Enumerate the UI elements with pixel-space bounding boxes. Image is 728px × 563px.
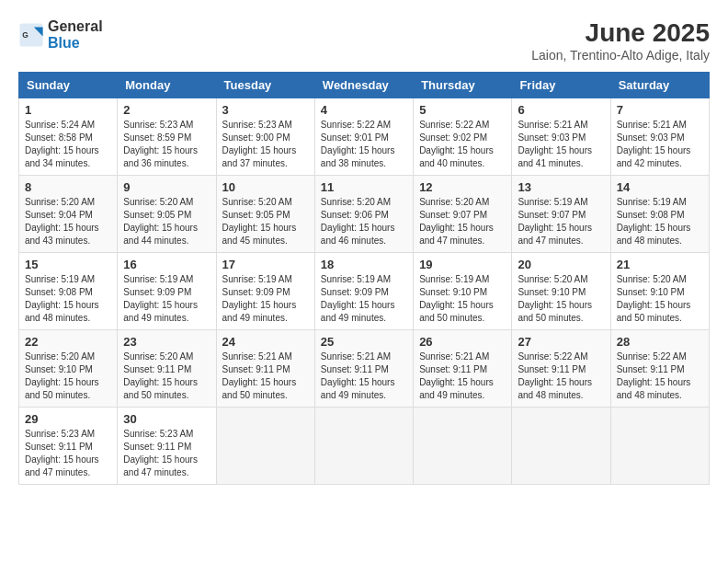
day-info: Sunrise: 5:19 AMSunset: 9:09 PMDaylight:… [321,273,407,325]
day-info: Sunrise: 5:19 AMSunset: 9:08 PMDaylight:… [25,273,111,325]
day-number: 19 [419,258,506,271]
day-info: Sunrise: 5:20 AMSunset: 9:05 PMDaylight:… [222,196,309,247]
calendar-header-row: Sunday Monday Tuesday Wednesday Thursday… [19,73,710,98]
day-number: 3 [222,103,309,117]
day-number: 7 [617,103,703,117]
calendar-week-row: 29Sunrise: 5:23 AMSunset: 9:11 PMDayligh… [19,408,710,485]
col-wednesday: Wednesday [314,73,413,98]
day-number: 26 [419,335,506,349]
day-info: Sunrise: 5:20 AMSunset: 9:10 PMDaylight:… [617,273,703,325]
col-thursday: Thursday [414,73,512,98]
table-row: 26Sunrise: 5:21 AMSunset: 9:11 PMDayligh… [414,330,512,408]
day-number: 6 [518,103,604,117]
col-sunday: Sunday [19,73,118,98]
table-row: 13Sunrise: 5:19 AMSunset: 9:07 PMDayligh… [512,176,610,253]
day-info: Sunrise: 5:23 AMSunset: 8:59 PMDaylight:… [123,119,210,170]
table-row: 24Sunrise: 5:21 AMSunset: 9:11 PMDayligh… [216,330,314,408]
calendar-subtitle: Laion, Trentino-Alto Adige, Italy [531,48,710,63]
day-number: 29 [25,412,111,426]
table-row: 22Sunrise: 5:20 AMSunset: 9:10 PMDayligh… [19,330,118,408]
table-row: 23Sunrise: 5:20 AMSunset: 9:11 PMDayligh… [118,330,216,408]
day-info: Sunrise: 5:22 AMSunset: 9:01 PMDaylight:… [321,119,407,170]
table-row [414,408,512,485]
logo: G General Blue [18,18,103,52]
day-number: 21 [617,258,703,271]
day-info: Sunrise: 5:20 AMSunset: 9:10 PMDaylight:… [518,273,604,325]
day-info: Sunrise: 5:19 AMSunset: 9:08 PMDaylight:… [617,196,703,247]
day-info: Sunrise: 5:20 AMSunset: 9:07 PMDaylight:… [419,196,506,247]
table-row: 11Sunrise: 5:20 AMSunset: 9:06 PMDayligh… [314,176,413,253]
day-number: 22 [25,335,111,349]
day-number: 5 [419,103,506,117]
day-number: 24 [222,335,309,349]
day-number: 23 [123,335,210,349]
logo-general: General [48,18,103,34]
day-info: Sunrise: 5:23 AMSunset: 9:00 PMDaylight:… [222,119,309,170]
day-info: Sunrise: 5:19 AMSunset: 9:09 PMDaylight:… [123,273,210,325]
table-row: 29Sunrise: 5:23 AMSunset: 9:11 PMDayligh… [19,408,118,485]
title-area: June 2025 Laion, Trentino-Alto Adige, It… [531,18,710,63]
day-number: 11 [321,180,407,194]
table-row: 6Sunrise: 5:21 AMSunset: 9:03 PMDaylight… [512,98,610,176]
day-number: 14 [617,180,703,194]
day-number: 20 [518,258,604,271]
day-info: Sunrise: 5:21 AMSunset: 9:11 PMDaylight:… [321,350,407,402]
day-info: Sunrise: 5:24 AMSunset: 8:58 PMDaylight:… [25,119,111,170]
table-row [216,408,314,485]
day-info: Sunrise: 5:21 AMSunset: 9:11 PMDaylight:… [222,350,309,402]
table-row: 2Sunrise: 5:23 AMSunset: 8:59 PMDaylight… [118,98,216,176]
day-info: Sunrise: 5:19 AMSunset: 9:10 PMDaylight:… [419,273,506,325]
table-row: 27Sunrise: 5:22 AMSunset: 9:11 PMDayligh… [512,330,610,408]
table-row [314,408,413,485]
calendar-table: Sunday Monday Tuesday Wednesday Thursday… [18,72,710,485]
col-saturday: Saturday [610,73,709,98]
day-info: Sunrise: 5:21 AMSunset: 9:03 PMDaylight:… [518,119,604,170]
day-number: 8 [25,180,111,194]
day-number: 18 [321,258,407,271]
table-row: 4Sunrise: 5:22 AMSunset: 9:01 PMDaylight… [314,98,413,176]
table-row: 7Sunrise: 5:21 AMSunset: 9:03 PMDaylight… [610,98,709,176]
calendar-week-row: 22Sunrise: 5:20 AMSunset: 9:10 PMDayligh… [19,330,710,408]
calendar-week-row: 15Sunrise: 5:19 AMSunset: 9:08 PMDayligh… [19,253,710,330]
table-row [512,408,610,485]
table-row: 5Sunrise: 5:22 AMSunset: 9:02 PMDaylight… [414,98,512,176]
table-row: 15Sunrise: 5:19 AMSunset: 9:08 PMDayligh… [19,253,118,330]
logo-blue: Blue [48,35,80,51]
day-info: Sunrise: 5:23 AMSunset: 9:11 PMDaylight:… [25,428,111,479]
calendar-title: June 2025 [531,18,710,48]
day-info: Sunrise: 5:19 AMSunset: 9:09 PMDaylight:… [222,273,309,325]
day-number: 27 [518,335,604,349]
col-tuesday: Tuesday [216,73,314,98]
day-info: Sunrise: 5:20 AMSunset: 9:11 PMDaylight:… [123,350,210,402]
svg-text:G: G [22,30,28,40]
table-row: 19Sunrise: 5:19 AMSunset: 9:10 PMDayligh… [414,253,512,330]
day-info: Sunrise: 5:22 AMSunset: 9:11 PMDaylight:… [617,350,703,402]
day-number: 28 [617,335,703,349]
day-info: Sunrise: 5:22 AMSunset: 9:02 PMDaylight:… [419,119,506,170]
day-info: Sunrise: 5:20 AMSunset: 9:05 PMDaylight:… [123,196,210,247]
day-info: Sunrise: 5:19 AMSunset: 9:07 PMDaylight:… [518,196,604,247]
day-number: 1 [25,103,111,117]
calendar-week-row: 8Sunrise: 5:20 AMSunset: 9:04 PMDaylight… [19,176,710,253]
day-number: 2 [123,103,210,117]
day-info: Sunrise: 5:23 AMSunset: 9:11 PMDaylight:… [123,428,210,479]
logo-icon: G [18,22,44,48]
table-row: 3Sunrise: 5:23 AMSunset: 9:00 PMDaylight… [216,98,314,176]
day-info: Sunrise: 5:20 AMSunset: 9:10 PMDaylight:… [25,350,111,402]
col-monday: Monday [118,73,216,98]
day-info: Sunrise: 5:21 AMSunset: 9:03 PMDaylight:… [617,119,703,170]
day-number: 12 [419,180,506,194]
calendar-week-row: 1Sunrise: 5:24 AMSunset: 8:58 PMDaylight… [19,98,710,176]
table-row: 9Sunrise: 5:20 AMSunset: 9:05 PMDaylight… [118,176,216,253]
day-number: 30 [123,412,210,426]
day-info: Sunrise: 5:22 AMSunset: 9:11 PMDaylight:… [518,350,604,402]
day-info: Sunrise: 5:21 AMSunset: 9:11 PMDaylight:… [419,350,506,402]
table-row: 30Sunrise: 5:23 AMSunset: 9:11 PMDayligh… [118,408,216,485]
table-row: 10Sunrise: 5:20 AMSunset: 9:05 PMDayligh… [216,176,314,253]
table-row: 28Sunrise: 5:22 AMSunset: 9:11 PMDayligh… [610,330,709,408]
table-row: 8Sunrise: 5:20 AMSunset: 9:04 PMDaylight… [19,176,118,253]
table-row: 1Sunrise: 5:24 AMSunset: 8:58 PMDaylight… [19,98,118,176]
table-row [610,408,709,485]
table-row: 20Sunrise: 5:20 AMSunset: 9:10 PMDayligh… [512,253,610,330]
day-info: Sunrise: 5:20 AMSunset: 9:04 PMDaylight:… [25,196,111,247]
